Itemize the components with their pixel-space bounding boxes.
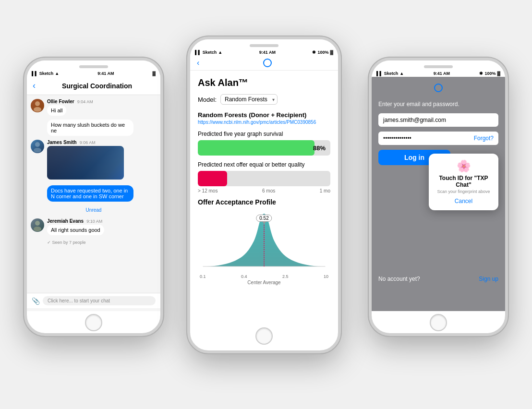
left-time: 9:41 AM [97, 71, 114, 76]
chat-input-bar: 📎 Click here... to start your chat [27, 293, 160, 308]
touch-id-icon: 🌸 [435, 159, 492, 173]
right-battery-icon: ▓ [497, 71, 500, 76]
quality-bar-fill [198, 171, 227, 186]
right-bt-icon: ✱ [479, 71, 483, 76]
bubble-docs: Docs have requested two, one in N corner… [47, 185, 133, 202]
left-top-bar: ▌▌ Sketch ▲ 9:41 AM ▓ [27, 60, 160, 77]
sign-up-link[interactable]: Sign up [479, 276, 498, 282]
avatar-ollie [31, 99, 44, 112]
touch-id-title: Touch ID for "TXP Chat" [435, 175, 492, 188]
center-time: 9:41 AM [259, 50, 276, 55]
time-5: 9:10 AM [86, 219, 102, 224]
msg-content-5: Jeremiah Evans 9:10 AM All right sounds … [47, 218, 157, 235]
bubble-slush: How many slush buckets do we ne [47, 120, 133, 136]
password-field[interactable]: •••••••••••••• Forgot? [378, 132, 498, 145]
avatar-james [31, 140, 44, 153]
center-wifi-icon: ▲ [218, 50, 222, 55]
center-bt-icon: ✱ [312, 50, 316, 55]
email-field[interactable]: james.smith@gmail.com [378, 113, 498, 127]
battery-icon: ▓ [152, 71, 156, 76]
msg-sender-row-3: James Smith 9:06 AM [47, 140, 157, 145]
left-status-left: ▌▌ Sketch ▲ [32, 71, 59, 76]
bubble-hi: Hi all [47, 105, 66, 116]
left-status-bar: ▌▌ Sketch ▲ 9:41 AM ▓ [27, 70, 160, 77]
svg-point-1 [34, 107, 41, 112]
avatar-space [31, 120, 44, 133]
model-select-wrapper[interactable]: Random Forests [220, 94, 278, 105]
model-label: Model: [198, 96, 217, 103]
left-home-button[interactable] [85, 314, 102, 331]
center-status-bar: ▌▌ Sketch ▲ 9:41 AM ✱ 100% ▓ [190, 49, 338, 56]
msg-content-1: Ollie Fowler 9:04 AM Hi all [47, 99, 157, 116]
message-row-3: James Smith 9:06 AM [31, 140, 157, 181]
phones-container: ▌▌ Sketch ▲ 9:41 AM ▓ ‹ Surgical Coordin… [0, 0, 532, 409]
sender-james: James Smith [47, 140, 77, 145]
chat-input-field[interactable]: Click here... to start your chat [43, 296, 156, 305]
forgot-link[interactable]: Forgot? [474, 135, 494, 142]
center-camera-bar [250, 44, 278, 47]
right-wifi-icon: ▲ [399, 71, 404, 76]
model-select[interactable]: Random Forests [220, 94, 278, 105]
svg-point-2 [35, 142, 40, 147]
no-account-row: No account yet? Sign up [378, 276, 498, 282]
center-signal-icon: ▌▌ [195, 50, 201, 55]
right-camera-bar [424, 65, 453, 68]
survival-label: Predicted five year graph survival [198, 131, 330, 137]
svg-point-5 [34, 227, 41, 231]
survival-pct: 88% [313, 144, 326, 152]
bell-curve-labels: 0.1 0.4 2.5 10 [198, 274, 330, 279]
touch-id-sub: Scan your fingerprint above [435, 189, 492, 194]
chat-header: ‹ Surgical Coordination [27, 77, 160, 95]
left-screen: ‹ Surgical Coordination Ollie Fowler 9:0… [27, 77, 160, 311]
msg-content-2: How many slush buckets do we ne [47, 120, 157, 136]
login-hint: Enter your email and password. [378, 101, 498, 108]
signal-icon: ▌▌ [32, 71, 38, 76]
sender-ollie: Ollie Fowler [47, 99, 74, 104]
back-icon[interactable]: ‹ [33, 81, 36, 91]
alan-nav: ‹ [190, 56, 338, 71]
right-battery: 100% [484, 71, 496, 76]
right-home-button[interactable] [430, 314, 447, 331]
alan-content: Ask Alan™ Model: Random Forests Random F… [190, 71, 338, 292]
chart-label-2: 0.4 [241, 274, 247, 279]
message-row-5: Jeremiah Evans 9:10 AM All right sounds … [31, 218, 157, 235]
chart-label-1: 0.1 [200, 274, 206, 279]
bubble-alright: All right sounds good [47, 225, 104, 235]
center-home-button[interactable] [255, 327, 273, 345]
quality-labels: > 12 mos 6 mos 1 mo [198, 188, 330, 193]
right-top-bar: ▌▌ Sketch ▲ 9:41 AM ✱ 100% ▓ [372, 60, 505, 77]
touch-id-popup: 🌸 Touch ID for "TXP Chat" Scan your fing… [429, 154, 498, 210]
attachment-icon[interactable]: 📎 [32, 297, 40, 305]
wifi-icon: ▲ [55, 71, 59, 76]
time-1: 9:04 AM [77, 99, 93, 104]
right-status-bar: ▌▌ Sketch ▲ 9:41 AM ✱ 100% ▓ [372, 70, 505, 77]
center-battery-icon: ▓ [330, 50, 333, 55]
surgery-image [47, 146, 124, 180]
right-status-left: ▌▌ Sketch ▲ [376, 71, 404, 76]
chat-title: Surgical Coordination [39, 82, 155, 90]
survival-bar-fill [198, 140, 314, 156]
chart-label-3: 2.5 [282, 274, 289, 279]
center-top-bar: ▌▌ Sketch ▲ 9:41 AM ✱ 100% ▓ [190, 39, 338, 56]
avatar-space-2 [31, 185, 44, 199]
phone-right: ▌▌ Sketch ▲ 9:41 AM ✱ 100% ▓ Enter your … [369, 58, 508, 336]
time-3: 9:06 AM [80, 140, 96, 145]
touch-id-cancel[interactable]: Cancel [435, 198, 492, 204]
oap-title: Offer Acceptance Profile [198, 198, 330, 206]
alan-indicator [263, 59, 272, 67]
alan-back-icon[interactable]: ‹ [197, 59, 199, 67]
annotation-bubble: 0.52 [256, 215, 272, 222]
rf-link[interactable]: https://www.ncbi.nlm.nih.gov/pmc/article… [198, 120, 330, 125]
password-dots: •••••••••••••• [383, 135, 411, 142]
msg-sender-row-1: Ollie Fowler 9:04 AM [47, 99, 157, 104]
center-avg-label: Center Average [198, 280, 330, 285]
svg-point-3 [34, 148, 41, 153]
alan-center-dot [203, 59, 331, 67]
msg-sender-row-5: Jeremiah Evans 9:10 AM [47, 218, 157, 224]
center-status-right: ✱ 100% ▓ [312, 50, 333, 55]
svg-point-4 [35, 221, 40, 226]
right-signal-label: Sketch [384, 71, 399, 76]
avatar-jeremiah [31, 218, 44, 232]
left-camera-bar [79, 65, 108, 68]
svg-point-0 [35, 101, 40, 106]
